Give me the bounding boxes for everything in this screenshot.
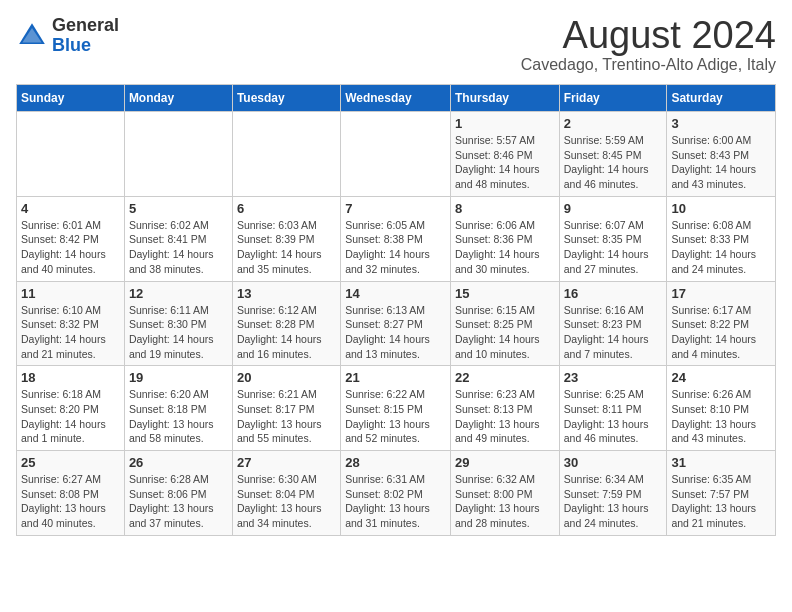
day-number: 26 [129, 455, 228, 470]
day-number: 28 [345, 455, 446, 470]
calendar-cell: 23Sunrise: 6:25 AM Sunset: 8:11 PM Dayli… [559, 366, 667, 451]
col-header-monday: Monday [124, 85, 232, 112]
calendar-cell: 14Sunrise: 6:13 AM Sunset: 8:27 PM Dayli… [341, 281, 451, 366]
col-header-friday: Friday [559, 85, 667, 112]
day-number: 7 [345, 201, 446, 216]
calendar-cell: 10Sunrise: 6:08 AM Sunset: 8:33 PM Dayli… [667, 196, 776, 281]
day-number: 11 [21, 286, 120, 301]
day-number: 6 [237, 201, 336, 216]
calendar-cell: 7Sunrise: 6:05 AM Sunset: 8:38 PM Daylig… [341, 196, 451, 281]
day-info: Sunrise: 6:21 AM Sunset: 8:17 PM Dayligh… [237, 387, 336, 446]
calendar-week-row: 11Sunrise: 6:10 AM Sunset: 8:32 PM Dayli… [17, 281, 776, 366]
day-info: Sunrise: 6:08 AM Sunset: 8:33 PM Dayligh… [671, 218, 771, 277]
calendar-cell: 26Sunrise: 6:28 AM Sunset: 8:06 PM Dayli… [124, 451, 232, 536]
logo-text: General Blue [52, 16, 119, 56]
day-info: Sunrise: 6:12 AM Sunset: 8:28 PM Dayligh… [237, 303, 336, 362]
day-number: 23 [564, 370, 663, 385]
day-number: 27 [237, 455, 336, 470]
day-info: Sunrise: 6:27 AM Sunset: 8:08 PM Dayligh… [21, 472, 120, 531]
month-year: August 2024 [521, 16, 776, 54]
day-number: 20 [237, 370, 336, 385]
day-number: 17 [671, 286, 771, 301]
day-number: 29 [455, 455, 555, 470]
calendar-cell: 27Sunrise: 6:30 AM Sunset: 8:04 PM Dayli… [232, 451, 340, 536]
day-info: Sunrise: 6:17 AM Sunset: 8:22 PM Dayligh… [671, 303, 771, 362]
day-number: 10 [671, 201, 771, 216]
day-info: Sunrise: 5:59 AM Sunset: 8:45 PM Dayligh… [564, 133, 663, 192]
col-header-wednesday: Wednesday [341, 85, 451, 112]
day-info: Sunrise: 6:32 AM Sunset: 8:00 PM Dayligh… [455, 472, 555, 531]
day-info: Sunrise: 6:35 AM Sunset: 7:57 PM Dayligh… [671, 472, 771, 531]
day-number: 8 [455, 201, 555, 216]
day-info: Sunrise: 6:28 AM Sunset: 8:06 PM Dayligh… [129, 472, 228, 531]
day-number: 19 [129, 370, 228, 385]
day-number: 4 [21, 201, 120, 216]
calendar-cell: 9Sunrise: 6:07 AM Sunset: 8:35 PM Daylig… [559, 196, 667, 281]
day-number: 13 [237, 286, 336, 301]
day-number: 16 [564, 286, 663, 301]
day-info: Sunrise: 6:03 AM Sunset: 8:39 PM Dayligh… [237, 218, 336, 277]
calendar-week-row: 25Sunrise: 6:27 AM Sunset: 8:08 PM Dayli… [17, 451, 776, 536]
col-header-thursday: Thursday [450, 85, 559, 112]
day-info: Sunrise: 6:10 AM Sunset: 8:32 PM Dayligh… [21, 303, 120, 362]
logo: General Blue [16, 16, 119, 56]
day-info: Sunrise: 6:13 AM Sunset: 8:27 PM Dayligh… [345, 303, 446, 362]
day-info: Sunrise: 6:26 AM Sunset: 8:10 PM Dayligh… [671, 387, 771, 446]
calendar-cell: 29Sunrise: 6:32 AM Sunset: 8:00 PM Dayli… [450, 451, 559, 536]
calendar-cell: 18Sunrise: 6:18 AM Sunset: 8:20 PM Dayli… [17, 366, 125, 451]
col-header-saturday: Saturday [667, 85, 776, 112]
calendar-cell: 21Sunrise: 6:22 AM Sunset: 8:15 PM Dayli… [341, 366, 451, 451]
calendar-cell: 11Sunrise: 6:10 AM Sunset: 8:32 PM Dayli… [17, 281, 125, 366]
col-header-sunday: Sunday [17, 85, 125, 112]
day-info: Sunrise: 6:05 AM Sunset: 8:38 PM Dayligh… [345, 218, 446, 277]
day-number: 30 [564, 455, 663, 470]
day-info: Sunrise: 6:16 AM Sunset: 8:23 PM Dayligh… [564, 303, 663, 362]
calendar-week-row: 1Sunrise: 5:57 AM Sunset: 8:46 PM Daylig… [17, 112, 776, 197]
day-number: 22 [455, 370, 555, 385]
calendar-cell: 13Sunrise: 6:12 AM Sunset: 8:28 PM Dayli… [232, 281, 340, 366]
day-info: Sunrise: 6:31 AM Sunset: 8:02 PM Dayligh… [345, 472, 446, 531]
day-number: 18 [21, 370, 120, 385]
calendar-week-row: 18Sunrise: 6:18 AM Sunset: 8:20 PM Dayli… [17, 366, 776, 451]
calendar-cell [232, 112, 340, 197]
calendar-cell: 20Sunrise: 6:21 AM Sunset: 8:17 PM Dayli… [232, 366, 340, 451]
calendar-cell: 1Sunrise: 5:57 AM Sunset: 8:46 PM Daylig… [450, 112, 559, 197]
day-info: Sunrise: 6:30 AM Sunset: 8:04 PM Dayligh… [237, 472, 336, 531]
title-block: August 2024 Cavedago, Trentino-Alto Adig… [521, 16, 776, 74]
calendar-cell: 22Sunrise: 6:23 AM Sunset: 8:13 PM Dayli… [450, 366, 559, 451]
calendar-cell: 30Sunrise: 6:34 AM Sunset: 7:59 PM Dayli… [559, 451, 667, 536]
calendar-cell: 8Sunrise: 6:06 AM Sunset: 8:36 PM Daylig… [450, 196, 559, 281]
calendar-header-row: SundayMondayTuesdayWednesdayThursdayFrid… [17, 85, 776, 112]
day-info: Sunrise: 5:57 AM Sunset: 8:46 PM Dayligh… [455, 133, 555, 192]
calendar-cell: 2Sunrise: 5:59 AM Sunset: 8:45 PM Daylig… [559, 112, 667, 197]
calendar-cell: 17Sunrise: 6:17 AM Sunset: 8:22 PM Dayli… [667, 281, 776, 366]
day-number: 25 [21, 455, 120, 470]
day-number: 3 [671, 116, 771, 131]
calendar-cell [341, 112, 451, 197]
calendar-cell: 16Sunrise: 6:16 AM Sunset: 8:23 PM Dayli… [559, 281, 667, 366]
calendar-cell: 3Sunrise: 6:00 AM Sunset: 8:43 PM Daylig… [667, 112, 776, 197]
day-info: Sunrise: 6:02 AM Sunset: 8:41 PM Dayligh… [129, 218, 228, 277]
day-number: 24 [671, 370, 771, 385]
day-info: Sunrise: 6:00 AM Sunset: 8:43 PM Dayligh… [671, 133, 771, 192]
calendar-cell [17, 112, 125, 197]
day-number: 12 [129, 286, 228, 301]
day-info: Sunrise: 6:11 AM Sunset: 8:30 PM Dayligh… [129, 303, 228, 362]
calendar-cell: 12Sunrise: 6:11 AM Sunset: 8:30 PM Dayli… [124, 281, 232, 366]
day-info: Sunrise: 6:20 AM Sunset: 8:18 PM Dayligh… [129, 387, 228, 446]
day-number: 15 [455, 286, 555, 301]
logo-icon [16, 20, 48, 52]
day-info: Sunrise: 6:15 AM Sunset: 8:25 PM Dayligh… [455, 303, 555, 362]
calendar-cell: 15Sunrise: 6:15 AM Sunset: 8:25 PM Dayli… [450, 281, 559, 366]
day-number: 2 [564, 116, 663, 131]
calendar-cell: 31Sunrise: 6:35 AM Sunset: 7:57 PM Dayli… [667, 451, 776, 536]
col-header-tuesday: Tuesday [232, 85, 340, 112]
calendar-cell: 19Sunrise: 6:20 AM Sunset: 8:18 PM Dayli… [124, 366, 232, 451]
day-info: Sunrise: 6:07 AM Sunset: 8:35 PM Dayligh… [564, 218, 663, 277]
day-info: Sunrise: 6:22 AM Sunset: 8:15 PM Dayligh… [345, 387, 446, 446]
day-number: 9 [564, 201, 663, 216]
day-info: Sunrise: 6:34 AM Sunset: 7:59 PM Dayligh… [564, 472, 663, 531]
day-number: 5 [129, 201, 228, 216]
calendar-cell [124, 112, 232, 197]
calendar-cell: 24Sunrise: 6:26 AM Sunset: 8:10 PM Dayli… [667, 366, 776, 451]
